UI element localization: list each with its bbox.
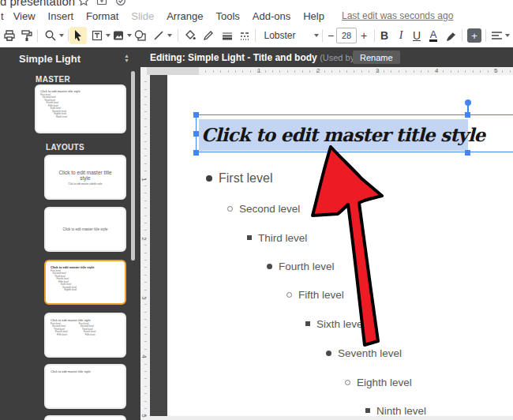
selection-handle-top-left[interactable]	[193, 112, 199, 118]
border-weight-icon[interactable]	[219, 27, 236, 44]
menu-slide[interactable]: Slide	[125, 10, 160, 22]
menu-edit-remnant[interactable]: t	[0, 10, 7, 22]
layout5-title: Click to edit master title style	[51, 369, 120, 373]
rotation-handle[interactable]	[465, 99, 471, 106]
toolbar-separator	[462, 29, 462, 42]
layout1-title: Click to edit master title style	[54, 170, 117, 181]
align-dropdown-caret[interactable]	[505, 34, 510, 37]
add-comment-icon[interactable]: +	[465, 27, 484, 44]
paint-format-icon[interactable]	[19, 27, 35, 44]
line-icon[interactable]	[150, 27, 174, 44]
align-icon[interactable]	[489, 27, 512, 44]
line-dropdown-caret[interactable]	[167, 34, 172, 37]
canvas-bottom-strip	[150, 416, 513, 420]
menu-help[interactable]: Help	[297, 10, 331, 22]
layout-thumbnail-section-title[interactable]: Click to edit master title style	[44, 207, 126, 252]
selection-handle-bottom-left[interactable]	[193, 150, 199, 156]
minus-icon: −	[328, 29, 334, 42]
selection-handle-mid-left[interactable]	[193, 131, 199, 137]
text-color-button[interactable]: A	[425, 27, 441, 44]
h-ruler-number: 1	[257, 67, 260, 74]
zoom-icon[interactable]	[41, 27, 66, 44]
bullet-marker	[267, 264, 272, 269]
selection-handle-bottom-mid[interactable]	[465, 150, 470, 156]
menu-addons[interactable]: Add-ons	[246, 10, 297, 22]
v-ruler-number: 5	[140, 414, 148, 417]
toolbar-separator	[68, 29, 69, 42]
italic-button[interactable]: I	[393, 27, 409, 44]
zoom-dropdown-caret[interactable]	[59, 34, 64, 37]
layout-thumbnail-title-only[interactable]: Click to edit master title style	[44, 364, 126, 409]
bullet-item-3[interactable]: Third level	[247, 231, 307, 245]
underline-icon: U	[413, 29, 421, 42]
v-ruler-number: 4	[140, 354, 148, 358]
bullet-item-1[interactable]: First level	[206, 171, 272, 186]
menu-insert[interactable]: Insert	[42, 10, 81, 22]
font-size-increase-button[interactable]: +	[358, 27, 370, 44]
h-ruler-number: 4	[435, 67, 438, 74]
master-title-text[interactable]: Click to edit master title style	[201, 119, 485, 151]
bullet-marker	[365, 408, 370, 413]
horizontal-ruler[interactable]: 1 2 3 4 5	[140, 67, 513, 75]
editing-header: Editing: Simple Light - Title and body (…	[140, 47, 513, 67]
shape-icon[interactable]	[131, 27, 148, 44]
fill-color-icon[interactable]	[182, 27, 199, 44]
last-edit-link[interactable]: Last edit was seconds ago	[342, 10, 453, 21]
font-dropdown-caret[interactable]	[314, 34, 319, 37]
layout-thumbnail-title-slide[interactable]: Click to edit master title style Click t…	[44, 155, 126, 200]
text-box-icon[interactable]	[88, 27, 112, 44]
rename-button[interactable]: Rename	[353, 51, 400, 64]
sidebar-scrollbar[interactable]	[131, 71, 135, 261]
font-size-decrease-button[interactable]: −	[324, 27, 337, 44]
bullet-item-5[interactable]: Fifth level	[286, 287, 344, 302]
select-cursor-icon[interactable]	[69, 27, 87, 44]
toolbar-separator	[37, 29, 38, 42]
vertical-ruler[interactable]: 1 2 3 4 5	[140, 75, 150, 420]
thumb-bullet-line: Eighth level	[65, 289, 121, 292]
underline-button[interactable]: U	[409, 27, 425, 44]
theme-header[interactable]: Simple Light ▲▼	[0, 47, 140, 69]
google-slides-master-editor: d presentation t View Insert Format Slid…	[0, 0, 513, 420]
layout-thumbnail-partial[interactable]	[44, 415, 126, 420]
bullet-label: Eighth level	[357, 377, 412, 388]
layout2-title: Click to edit master title style	[62, 227, 107, 231]
bullet-item-2[interactable]: Second level	[227, 201, 300, 216]
bullet-marker	[247, 235, 252, 240]
selection-handle-top-mid[interactable]	[465, 112, 470, 118]
star-icon[interactable]	[78, 0, 89, 6]
layout-thumbnail-title-and-body[interactable]: Click to edit master title style First l…	[44, 260, 126, 305]
menu-format[interactable]: Format	[80, 10, 125, 22]
bullet-marker	[286, 292, 292, 298]
font-size-input[interactable]: 28	[336, 27, 357, 44]
master-thumb-bullets: First levelSecond levelThird levelFourth…	[40, 93, 121, 118]
bullet-item-9[interactable]: Ninth level	[365, 403, 426, 418]
menu-view[interactable]: View	[7, 10, 42, 22]
bold-button[interactable]: B	[376, 27, 392, 44]
theme-name: Simple Light	[19, 53, 81, 65]
print-icon[interactable]	[2, 27, 17, 44]
document-title[interactable]: d presentation	[0, 0, 75, 8]
sort-arrows-icon[interactable]: ▲▼	[124, 54, 129, 63]
toolbar: Lobster − 28 + B I U A +	[0, 24, 513, 48]
move-folder-icon[interactable]	[96, 0, 107, 6]
bullet-label: First level	[219, 171, 272, 186]
v-ruler-number: 3	[140, 296, 148, 299]
toolbar-separator	[178, 29, 178, 42]
font-family-value: Lobster	[264, 30, 312, 41]
highlight-icon[interactable]	[443, 27, 459, 44]
cloud-status-icon[interactable]	[115, 0, 126, 6]
bullet-label: Fifth level	[298, 289, 344, 301]
menu-arrange[interactable]: Arrange	[160, 10, 209, 22]
bullet-item-8[interactable]: Eighth level	[345, 375, 412, 389]
bullet-item-4[interactable]: Fourth level	[267, 259, 335, 273]
image-icon[interactable]	[110, 27, 133, 44]
layout-thumbnail-two-columns[interactable]: Click to edit master title style First l…	[44, 313, 126, 358]
border-dash-icon[interactable]	[237, 27, 254, 44]
master-thumbnail[interactable]: Click to edit master title style First l…	[35, 84, 126, 133]
font-family-select[interactable]: Lobster	[260, 27, 322, 44]
bullet-marker	[345, 380, 350, 385]
menu-tools[interactable]: Tools	[209, 10, 245, 22]
bullet-item-7[interactable]: Seventh level	[326, 346, 402, 360]
bullet-item-6[interactable]: Sixth level	[305, 317, 365, 331]
border-color-icon[interactable]	[200, 27, 217, 44]
